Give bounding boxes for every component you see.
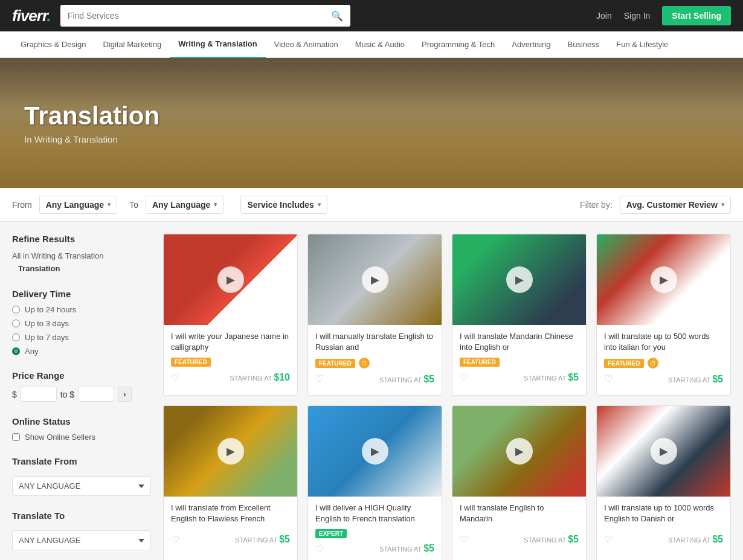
search-input[interactable] [60,11,324,21]
play-button[interactable]: ▶ [362,438,388,465]
from-dropdown[interactable]: Any Language ▾ [39,196,117,214]
play-button[interactable]: ▶ [506,438,533,465]
starting-at-label: STARTING AT $5 [235,534,290,545]
filter-by-label: Filter by: [580,200,613,210]
price-value: $5 [568,372,579,382]
card-title: I will translate up to 500 words into it… [604,331,723,353]
favorite-button[interactable]: ♡ [315,373,324,385]
featured-badge: FEATURED [460,358,500,367]
translate-to-section: Translate To ANY LANGUAGE [12,510,151,550]
card-thumbnail: ▶ [308,406,442,497]
play-button[interactable]: ▶ [362,266,388,293]
sidebar: Refine Results All in Writing & Translat… [12,234,151,560]
play-button[interactable]: ▶ [217,438,244,465]
price-min-input[interactable] [21,387,57,402]
gig-card[interactable]: ▶ I will translate up to 1000 words Engl… [596,405,731,561]
price-value: $5 [423,374,434,384]
main-layout: Refine Results All in Writing & Translat… [0,222,743,560]
nav-item-fun[interactable]: Fun & Lifestyle [608,31,677,58]
gig-card[interactable]: ▶ I will translate English to Mandarin ♡… [452,405,587,561]
delivery-24h[interactable]: Up to 24 hours [12,305,151,314]
nav-item-writing[interactable]: Writing & Translation [170,31,266,58]
main-nav: Graphics & Design Digital Marketing Writ… [0,31,743,58]
nav-item-digital[interactable]: Digital Marketing [94,31,170,58]
card-title: I will write your Japanese name in calli… [171,331,290,353]
join-link[interactable]: Join [596,11,612,21]
delivery-3d[interactable]: Up to 3 days [12,319,151,328]
logo[interactable]: fiverr. [12,7,51,25]
delivery-3d-label: Up to 3 days [25,319,69,328]
price-submit-button[interactable]: › [118,387,131,402]
card-footer: ♡ STARTING AT $5 [604,534,723,546]
card-thumbnail: ▶ [308,234,442,325]
online-status-checkbox[interactable] [12,433,20,441]
card-title: I will translate from Excellent English … [171,503,290,524]
online-status-title: Online Status [12,416,151,426]
play-button[interactable]: ▶ [651,266,677,293]
price-section: STARTING AT $5 [379,374,434,385]
sidebar-translation[interactable]: Translation [12,263,151,274]
delivery-any-radio[interactable] [12,347,20,355]
price-value: $10 [274,372,290,382]
nav-item-programming[interactable]: Programming & Tech [413,31,503,58]
starting-at-label: STARTING AT $10 [230,372,290,383]
search-button[interactable]: 🔍 [324,10,350,22]
start-selling-button[interactable]: Start Selling [662,6,731,25]
nav-item-video[interactable]: Video & Animation [266,31,347,58]
price-range-heading: Price Range [12,370,151,381]
favorite-button[interactable]: ♡ [315,543,324,555]
sort-dropdown[interactable]: Avg. Customer Review ▾ [620,196,731,214]
gig-card[interactable]: ▶ I will manually translate English to R… [307,234,442,396]
from-label: From [12,200,32,210]
starting-at-label: STARTING AT $5 [524,534,579,545]
price-section: STARTING AT $5 [379,543,434,554]
sort-chevron-icon: ▾ [721,201,724,208]
gig-card[interactable]: ▶ I will translate from Excellent Englis… [163,405,298,561]
price-section: STARTING AT $5 [668,534,723,545]
gig-card[interactable]: ▶ I will translate Mandarin Chinese into… [452,234,587,396]
nav-item-graphics[interactable]: Graphics & Design [12,31,94,58]
delivery-24h-radio[interactable] [12,306,20,314]
card-thumbnail: ▶ [164,234,297,325]
delivery-24h-label: Up to 24 hours [25,305,76,314]
filter-bar: From Any Language ▾ To Any Language ▾ Se… [0,188,743,222]
favorite-button[interactable]: ♡ [171,372,179,383]
play-button[interactable]: ▶ [506,266,533,293]
gig-card[interactable]: ▶ I will deliver a HIGH Quality English … [307,405,442,561]
nav-item-music[interactable]: Music & Audio [347,31,413,58]
sidebar-all-writing[interactable]: All in Writing & Translation [12,250,151,262]
translate-to-select[interactable]: ANY LANGUAGE [12,530,151,550]
price-max-input[interactable] [78,387,114,402]
online-status-toggle[interactable]: Show Online Sellers [12,433,151,442]
price-value: $5 [423,543,434,553]
nav-item-advertising[interactable]: Advertising [503,31,559,58]
gig-card[interactable]: ▶ I will write your Japanese name in cal… [163,234,298,396]
to-dropdown[interactable]: Any Language ▾ [146,196,224,214]
favorite-button[interactable]: ♡ [460,534,468,546]
card-thumbnail: ▶ [164,406,297,497]
delivery-any[interactable]: Any [12,347,151,356]
card-title: I will translate English to Mandarin [460,503,579,524]
delivery-3d-radio[interactable] [12,320,20,327]
card-footer: ♡ STARTING AT $5 [315,373,434,385]
service-includes-dropdown[interactable]: Service Includes ▾ [240,196,327,214]
badge-row: FEATURED ⏱ [604,358,723,369]
gig-card[interactable]: ▶ I will translate up to 500 words into … [596,234,731,396]
nav-item-business[interactable]: Business [559,31,608,58]
card-footer: ♡ STARTING AT $5 [460,372,579,383]
starting-at-label: STARTING AT $5 [668,534,723,545]
favorite-button[interactable]: ♡ [171,534,179,546]
card-body: I will translate from Excellent English … [164,497,297,552]
favorite-button[interactable]: ♡ [460,372,468,383]
hero-title: Translation [24,101,719,130]
service-label: Service Includes [247,200,314,210]
favorite-button[interactable]: ♡ [604,534,613,546]
delivery-7d[interactable]: Up to 7 days [12,333,151,342]
translate-from-select[interactable]: ANY LANGUAGE [12,476,151,496]
delivery-7d-radio[interactable] [12,333,20,341]
play-button[interactable]: ▶ [651,438,677,465]
card-footer: ♡ STARTING AT $10 [171,372,290,383]
signin-link[interactable]: Sign In [624,11,651,21]
play-button[interactable]: ▶ [217,266,244,293]
favorite-button[interactable]: ♡ [604,373,613,385]
